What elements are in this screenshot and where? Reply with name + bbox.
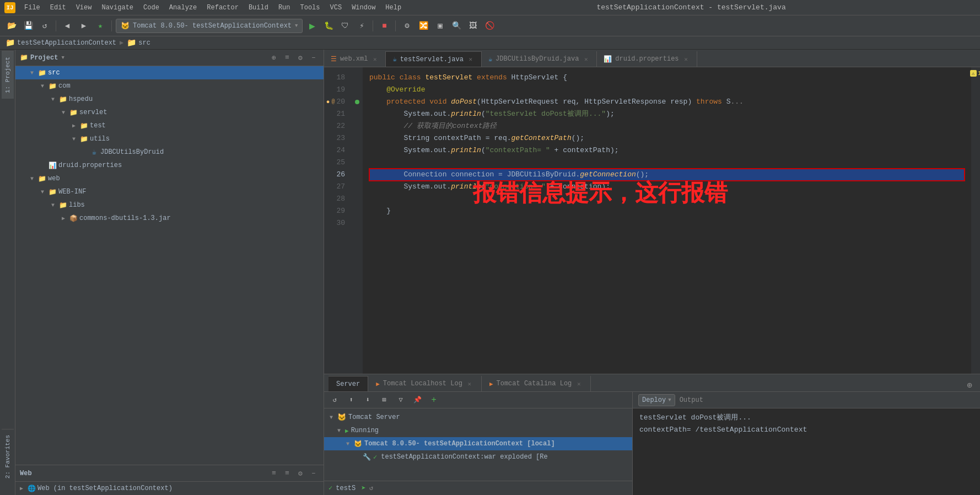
project-tab-vertical[interactable]: 1: Project [2,51,14,99]
tree-item-jdbc[interactable]: ▶ ☕ JDBCUtilsByDruid [15,146,324,159]
tree-item-servlet[interactable]: ▼ 📁 servlet [15,106,324,119]
toolbar-open-btn[interactable]: 📂 [4,19,19,33]
toolbar-coverage-btn[interactable]: 🛡 [338,19,352,33]
services-add-btn[interactable]: + [427,393,441,407]
editor-code-content: public class testServlet extends HttpSer… [363,67,971,374]
web-settings-btn[interactable]: ⚙ [295,468,306,479]
project-folder-icon: 📁 [20,53,28,62]
toolbar-search-btn[interactable]: 🔍 [449,19,464,33]
toolbar-bookmark-btn[interactable]: ★ [93,19,107,33]
services-collapse-btn[interactable]: ⬇ [360,393,375,407]
toolbar-settings-btn[interactable]: ⚙ [400,19,414,33]
menu-refactor[interactable]: Refactor [202,3,243,13]
services-refresh-btn[interactable]: ↺ [327,393,342,407]
tab-close-catalina-log[interactable]: ✕ [575,380,583,388]
menu-analyze[interactable]: Analyze [165,3,201,13]
favorites-tab-vertical[interactable]: 2: Favorites [2,429,14,484]
java-tab-icon: ☕ [392,55,396,63]
toolbar-terminal-btn[interactable]: ▣ [433,19,447,33]
tab-jdbcutils[interactable]: ☕ JDBCUtilsByDruid.java ✕ [482,51,597,67]
tree-item-utils[interactable]: ▼ 📁 utils [15,132,324,146]
menu-window[interactable]: Window [347,3,380,13]
menu-help[interactable]: Help [381,3,406,13]
tree-item-test[interactable]: ▶ 📁 test [15,119,324,132]
web-collapse-btn[interactable]: ≡ [282,468,293,479]
tree-item-web[interactable]: ▼ 📁 web [15,172,324,185]
toolbar-save-btn[interactable]: 💾 [21,19,35,33]
toolbar-stop-btn[interactable]: ■ [377,19,391,33]
breadcrumb: 📁 testSetApplicationContext ▶ 📁 src [0,36,980,50]
toolbar-help-btn[interactable]: 🚫 [482,19,497,33]
tab-server[interactable]: Server [329,376,368,391]
tomcat-svc-icon: 🐱 [337,413,346,422]
breadcrumb-project[interactable]: testSetApplicationContext [17,39,116,47]
menu-build[interactable]: Build [244,3,273,13]
breadcrumb-separator: ▶ [120,39,123,47]
add-tab-btn[interactable]: ⊕ [963,379,976,391]
services-filter-btn[interactable]: ▽ [394,393,408,407]
web-close-btn[interactable]: – [308,468,319,479]
menu-code[interactable]: Code [139,3,164,13]
locate-btn[interactable]: ⊕ [268,52,279,63]
tree-item-libs[interactable]: ▼ 📁 libs [15,198,324,212]
toolbar-extra-btn[interactable]: 🖼 [466,19,480,33]
tree-item-hspedu[interactable]: ▼ 📁 hspedu [15,93,324,106]
services-expand-btn[interactable]: ⬆ [344,393,358,407]
tree-item-webinf[interactable]: ▼ 📁 WEB-INF [15,185,324,198]
tree-item-web-context[interactable]: ▶ 🌐 Web (in testSetApplicationContext) [15,482,324,495]
menu-run[interactable]: Run [274,3,295,13]
toolbar-profile-btn[interactable]: ⚡ [354,19,369,33]
menu-vcs[interactable]: VCS [326,3,347,13]
panel-close-btn[interactable]: – [308,52,319,63]
svc-item-tomcat-local[interactable]: ▼ 🐱 Tomcat 8.0.50- testSetApplicationCon… [324,437,632,450]
tab-close-druid-props[interactable]: ✕ [682,55,690,63]
tab-tomcat-localhost[interactable]: ▶ Tomcat Localhost Log ✕ [368,376,482,391]
tab-tomcat-catalina[interactable]: ▶ Tomcat Catalina Log ✕ [482,376,591,391]
breadcrumb-src[interactable]: src [138,39,150,47]
menu-edit[interactable]: Edit [46,3,71,13]
tab-close-localhost-log[interactable]: ✕ [466,380,473,388]
toolbar-vcs-btn[interactable]: 🔀 [416,19,430,33]
web-panel: Web ≡ ≡ ⚙ – ▶ 🌐 Web (in testSetApplicati… [15,465,324,495]
toolbar-run-btn[interactable]: ▶ [305,19,319,33]
menu-view[interactable]: View [72,3,96,13]
tab-close-jdbcutils[interactable]: ✕ [582,55,590,63]
run-gutter-icon[interactable]: ● [326,96,330,108]
toolbar-sep3 [373,20,373,31]
services-group-btn[interactable]: ⊞ [377,393,391,407]
deploy-selector[interactable]: Deploy ▼ [638,394,675,406]
panel-settings-btn[interactable]: ⚙ [295,52,306,63]
collapse-all-btn[interactable]: ≡ [282,52,293,63]
tree-item-dbutils-jar[interactable]: ▶ 📦 commons-dbutils-1.3.jar [15,212,324,225]
code-line-30 [369,217,965,229]
code-line-27: System.out.println("connection= " + conn… [369,181,965,193]
folder-icon-utils: 📁 [79,134,88,143]
tree-item-src[interactable]: ▼ 📁 src [15,66,324,79]
tree-item-com[interactable]: ▼ 📁 com [15,79,324,93]
toolbar-sep1 [56,20,56,31]
tab-druid-props[interactable]: 📊 druid.properties ✕ [597,51,697,67]
props-tab-icon: 📊 [604,55,612,63]
tab-testservlet[interactable]: ☕ testServlet.java ✕ [386,51,481,67]
toolbar-sync-btn[interactable]: ↺ [37,19,52,33]
svc-item-tomcat[interactable]: ▼ 🐱 Tomcat Server [324,411,632,424]
web-context-icon: 🌐 [27,484,36,493]
menu-file[interactable]: File [20,3,45,13]
tab-close-testservlet[interactable]: ✕ [467,56,475,63]
svc-item-war-exploded[interactable]: ▶ 🔧 ✓ testSetApplicationContext:war expl… [324,450,632,464]
code-line-22: // 获取项目的context路径 [369,120,965,132]
menu-navigate[interactable]: Navigate [97,3,138,13]
tree-item-druid-props[interactable]: ▶ 📊 druid.properties [15,159,324,172]
web-sort-btn[interactable]: ≡ [268,468,279,479]
tab-webxml[interactable]: ☰ web.xml ✕ [324,51,386,67]
run-configuration-selector[interactable]: 🐱 Tomcat 8.0.50- testSetApplicationConte… [116,19,303,33]
svc-item-running[interactable]: ▼ ▶ Running [324,424,632,437]
toolbar-forward-btn[interactable]: ▶ [77,19,91,33]
jar-icon-dbutils: 📦 [69,214,78,223]
line-num-24: 24 [324,144,349,157]
tab-close-webxml[interactable]: ✕ [371,55,379,63]
services-pin-btn[interactable]: 📌 [410,393,424,407]
menu-tools[interactable]: Tools [296,3,325,13]
toolbar-back-btn[interactable]: ◀ [60,19,74,33]
toolbar-debug-btn[interactable]: 🐛 [321,19,336,33]
